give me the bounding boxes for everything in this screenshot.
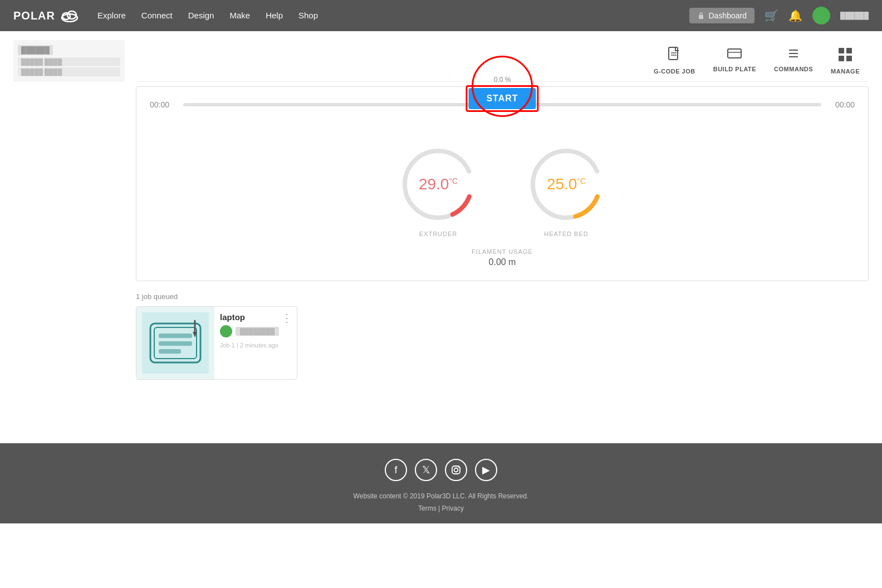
filament-usage: FILAMENT USAGE 0.00 m xyxy=(150,248,855,267)
gauges-row: 29.0°C EXTRUDER xyxy=(150,143,855,237)
svg-rect-7 xyxy=(728,49,741,58)
job-card-user-meta: ████████ xyxy=(220,325,291,337)
commands-button[interactable]: COMMANDS xyxy=(765,45,822,77)
footer-copyright: Website content © 2019 Polar3D LLC. All … xyxy=(0,492,882,500)
gcode-job-label: G-CODE JOB xyxy=(654,68,695,75)
heated-bed-label: HEATED BED xyxy=(544,231,588,237)
job-card-submeta: Job 1 | 2 minutes ago xyxy=(220,342,291,349)
footer-links: Terms | Privacy xyxy=(0,504,882,512)
build-plate-svg-icon xyxy=(727,47,742,60)
footer-social: f 𝕏 ▶ xyxy=(0,459,882,481)
lock-icon xyxy=(697,12,705,19)
heated-bed-temp-display: 25.0°C xyxy=(547,175,586,193)
svg-rect-15 xyxy=(846,56,852,61)
extruder-gauge: 29.0°C EXTRUDER xyxy=(396,143,480,237)
build-plate-button[interactable]: BUILD PLATE xyxy=(704,45,765,77)
navbar: POLAR Explore Connect Design Make Help S… xyxy=(0,0,882,31)
user-avatar[interactable] xyxy=(812,7,830,24)
logo-text: POLAR xyxy=(13,9,55,22)
cart-icon[interactable]: 🛒 xyxy=(765,9,778,22)
svg-rect-4 xyxy=(669,47,678,60)
svg-rect-14 xyxy=(839,56,844,61)
main-container: ██████ █████ ████ █████ ████ G-CODE JOB xyxy=(0,31,882,421)
nav-help[interactable]: Help xyxy=(266,11,283,20)
build-plate-icon xyxy=(727,47,742,63)
content-area: G-CODE JOB BUILD PLATE xyxy=(136,40,869,412)
logo-cloud-icon xyxy=(60,9,80,22)
svg-point-29 xyxy=(454,468,458,472)
sidebar-printer-detail1: █████ ████ xyxy=(18,57,120,66)
extruder-gauge-svg-wrapper: 29.0°C xyxy=(396,143,480,226)
manage-label: MANAGE xyxy=(831,68,860,75)
footer: f 𝕏 ▶ Website content © 2019 Polar3D LLC… xyxy=(0,443,882,523)
svg-rect-23 xyxy=(159,334,192,338)
commands-label: COMMANDS xyxy=(774,66,813,72)
printer-panel: 0.0 % START 00:00 00:00 xyxy=(136,86,869,281)
job-card: laptop ████████ Job 1 | 2 minutes ago ⋮ xyxy=(136,306,297,380)
job-card-menu-button[interactable]: ⋮ xyxy=(281,311,292,325)
bell-icon[interactable]: 🔔 xyxy=(788,9,802,22)
nav-design[interactable]: Design xyxy=(188,11,214,20)
privacy-link[interactable]: Privacy xyxy=(442,504,464,512)
time-start: 00:00 xyxy=(150,100,177,109)
nav-right: Dashboard 🛒 🔔 ██████ xyxy=(689,7,869,24)
twitter-icon[interactable]: 𝕏 xyxy=(415,459,437,481)
commands-icon xyxy=(787,47,800,63)
job-user-avatar xyxy=(220,325,232,337)
nav-make[interactable]: Make xyxy=(229,11,250,20)
gcode-job-icon xyxy=(668,47,681,66)
sidebar-printer-detail2: █████ ████ xyxy=(18,67,120,76)
svg-rect-12 xyxy=(839,48,844,53)
job-card-name: laptop xyxy=(220,312,291,322)
extruder-temp-value: 29.0°C xyxy=(419,175,458,193)
build-plate-label: BUILD PLATE xyxy=(713,66,756,72)
document-icon xyxy=(668,47,681,62)
job-thumb-image xyxy=(142,312,209,374)
username: ██████ xyxy=(840,12,869,19)
terms-link[interactable]: Terms xyxy=(418,504,437,512)
nav-shop[interactable]: Shop xyxy=(298,11,318,20)
facebook-icon[interactable]: f xyxy=(385,459,407,481)
nav-links: Explore Connect Design Make Help Shop xyxy=(97,11,318,21)
job-card-info: laptop ████████ Job 1 | 2 minutes ago ⋮ xyxy=(214,307,297,379)
commands-list-icon xyxy=(787,47,800,60)
gcode-job-button[interactable]: G-CODE JOB xyxy=(645,45,704,77)
job-queue-title: 1 job queued xyxy=(136,292,869,301)
youtube-icon[interactable]: ▶ xyxy=(475,459,497,481)
heated-bed-temp-value: 25.0°C xyxy=(547,175,586,193)
extruder-temp-display: 29.0°C xyxy=(419,175,458,193)
sidebar-printer-name: ██████ xyxy=(18,45,53,55)
svg-rect-13 xyxy=(846,48,852,53)
filament-usage-label: FILAMENT USAGE xyxy=(150,248,855,255)
manage-button[interactable]: MANAGE xyxy=(822,45,869,77)
nav-connect[interactable]: Connect xyxy=(141,11,173,20)
sidebar: ██████ █████ ████ █████ ████ xyxy=(13,40,125,412)
heated-bed-gauge: 25.0°C HEATED BED xyxy=(525,143,608,237)
progress-percent: 0.0 % xyxy=(494,76,511,84)
start-button-highlight: START xyxy=(465,85,538,112)
svg-point-30 xyxy=(458,467,459,468)
manage-grid-icon xyxy=(837,47,853,62)
svg-rect-24 xyxy=(159,341,192,346)
nav-explore[interactable]: Explore xyxy=(97,11,126,20)
start-button[interactable]: START xyxy=(468,88,536,109)
svg-rect-25 xyxy=(159,349,181,354)
logo: POLAR xyxy=(13,9,80,22)
instagram-icon[interactable] xyxy=(445,459,467,481)
svg-rect-3 xyxy=(699,15,703,19)
dashboard-button[interactable]: Dashboard xyxy=(689,8,754,23)
job-queue-section: 1 job queued xyxy=(136,292,869,380)
heated-bed-gauge-svg-wrapper: 25.0°C xyxy=(525,143,608,226)
job-card-thumbnail xyxy=(136,307,214,379)
time-end: 00:00 xyxy=(828,100,855,109)
gcode-file-illustration xyxy=(142,312,209,374)
extruder-label: EXTRUDER xyxy=(419,231,458,237)
manage-icon xyxy=(837,47,853,66)
instagram-svg-icon xyxy=(451,465,461,475)
sidebar-printer-info: ██████ █████ ████ █████ ████ xyxy=(13,40,125,82)
filament-usage-value: 0.00 m xyxy=(150,257,855,267)
job-user-name: ████████ xyxy=(236,327,279,336)
